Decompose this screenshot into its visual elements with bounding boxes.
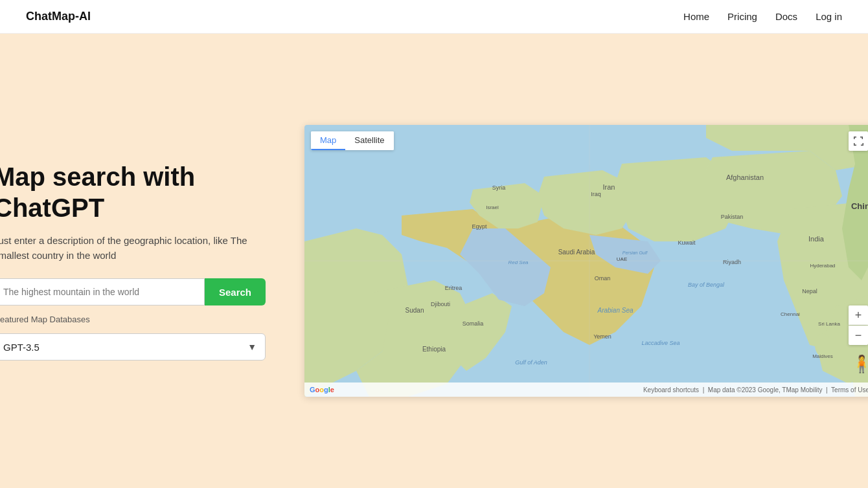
svg-text:Oman: Oman <box>595 275 611 282</box>
svg-text:Laccadive Sea: Laccadive Sea <box>641 340 680 346</box>
search-button[interactable]: Search <box>205 278 266 305</box>
search-input[interactable] <box>0 278 205 305</box>
header: ChatMap-AI Home Pricing Docs Log in <box>0 0 868 34</box>
tab-map[interactable]: Map <box>311 131 345 150</box>
map-svg: Iran Afghanistan India Saudi Arabia Syri… <box>304 125 868 397</box>
model-select-wrapper: GPT-3.5 GPT-4 ▼ <box>0 333 266 360</box>
svg-text:Afghanistan: Afghanistan <box>726 173 764 181</box>
svg-text:Nepal: Nepal <box>802 288 817 294</box>
map-footer: Google Keyboard shortcuts | Map data ©20… <box>304 383 868 397</box>
svg-text:India: India <box>808 235 825 243</box>
nav-home[interactable]: Home <box>683 11 709 22</box>
svg-text:Sri Lanka: Sri Lanka <box>818 321 840 327</box>
svg-text:Bay of Bengal: Bay of Bengal <box>688 282 725 288</box>
svg-text:Ethiopia: Ethiopia <box>422 346 446 353</box>
featured-label: Featured Map Databases <box>0 315 266 324</box>
svg-text:Red Sea: Red Sea <box>508 260 529 265</box>
svg-text:Sudan: Sudan <box>405 307 424 314</box>
model-select[interactable]: GPT-3.5 GPT-4 <box>0 333 266 360</box>
left-panel: Map search with ChatGPT Just enter a des… <box>0 161 266 360</box>
main-content: Map search with ChatGPT Just enter a des… <box>0 34 868 488</box>
nav-pricing[interactable]: Pricing <box>727 11 757 22</box>
svg-text:Kuwait: Kuwait <box>678 239 696 246</box>
tab-satellite[interactable]: Satellite <box>345 131 393 150</box>
logo: ChatMap-AI <box>26 10 91 23</box>
fullscreen-button[interactable] <box>849 131 868 151</box>
svg-text:Syria: Syria <box>492 184 506 191</box>
svg-text:Egypt: Egypt <box>472 223 487 230</box>
nav-login[interactable]: Log in <box>816 11 842 22</box>
svg-text:Yemen: Yemen <box>593 333 611 340</box>
svg-text:Hyderabad: Hyderabad <box>810 263 835 269</box>
map-zoom-controls: + − <box>849 305 868 345</box>
svg-text:Persian Gulf: Persian Gulf <box>622 250 648 255</box>
nav: Home Pricing Docs Log in <box>683 11 842 22</box>
search-row: Search <box>0 278 266 305</box>
pegman-icon[interactable]: 🧍 <box>851 350 868 377</box>
map-tabs: Map Satellite <box>311 131 394 150</box>
svg-text:Somalia: Somalia <box>463 320 484 327</box>
hero-subtitle: Just enter a description of the geograph… <box>0 234 266 263</box>
svg-text:China: China <box>851 201 868 211</box>
nav-docs[interactable]: Docs <box>775 11 797 22</box>
fullscreen-icon <box>853 136 863 146</box>
svg-text:Gulf of Aden: Gulf of Aden <box>515 359 547 366</box>
map-attribution: Keyboard shortcuts | Map data ©2023 Goog… <box>643 386 868 394</box>
svg-text:Arabian Sea: Arabian Sea <box>597 307 633 314</box>
svg-text:Chennai: Chennai <box>781 311 800 317</box>
svg-text:Djibouti: Djibouti <box>431 301 450 307</box>
svg-text:Israel: Israel <box>486 205 499 210</box>
svg-text:UAE: UAE <box>617 256 627 262</box>
svg-text:Iraq: Iraq <box>591 191 601 197</box>
svg-text:Maldives: Maldives <box>812 353 833 359</box>
zoom-out-button[interactable]: − <box>849 326 868 345</box>
svg-text:Pakistan: Pakistan <box>721 214 744 220</box>
hero-title: Map search with ChatGPT <box>0 161 266 223</box>
svg-text:Riyadh: Riyadh <box>723 259 741 265</box>
map-panel: Map Satellite <box>304 125 868 397</box>
google-logo: Google <box>310 386 334 394</box>
svg-text:Iran: Iran <box>603 183 615 191</box>
zoom-in-button[interactable]: + <box>849 305 868 325</box>
svg-text:Eritrea: Eritrea <box>445 285 463 291</box>
